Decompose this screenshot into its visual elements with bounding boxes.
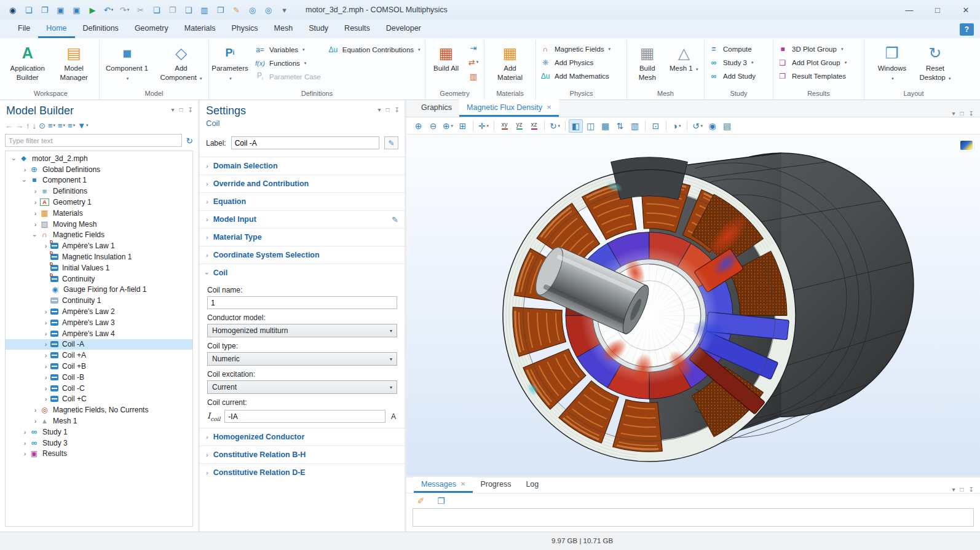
coil-name-input[interactable] [207, 296, 397, 309]
toolbar-options-icon[interactable]: ▾ ▾ [277, 2, 292, 17]
view-xz-icon[interactable]: xz ▾ [527, 119, 541, 133]
close-tab-icon[interactable]: ✕ [547, 104, 551, 111]
move-up-icon[interactable]: ↑ ▾ [26, 121, 30, 130]
tree-expand-arrow[interactable]: › [31, 221, 39, 228]
graphics-tool[interactable]: ▾ [666, 120, 666, 131]
tree-expand-arrow[interactable]: › [21, 166, 29, 173]
reset-desktop-button[interactable]: ↻ Reset Desktop ▾ [917, 40, 953, 82]
maximize-icon[interactable]: □ [923, 0, 952, 20]
undo-icon[interactable]: ↶ ▾ [101, 2, 116, 17]
expand-all-icon[interactable]: ≡ ▾ [48, 121, 55, 130]
scene-light-icon[interactable]: ◫ ▾ [583, 119, 598, 133]
refresh-icon[interactable]: ↻ [186, 136, 193, 146]
tree-expand-arrow[interactable]: › [21, 439, 29, 447]
tree-item[interactable]: › Study 3 [6, 438, 192, 449]
go-to-view-icon[interactable]: ✛ ▾ [476, 119, 491, 133]
update-plot-icon[interactable]: ↺ ▾ [690, 119, 705, 133]
tree-item[interactable]: › Definitions [6, 186, 192, 197]
tree-item[interactable]: › Ampère's Law 3 [6, 317, 192, 328]
build-all-button[interactable]: ▦ Build All [429, 40, 464, 73]
panel-pin-icon[interactable]: ↧ [188, 106, 193, 113]
graphics-tool[interactable]: ▾ [565, 120, 566, 131]
windows-button[interactable]: ❐ Windows▾ [874, 40, 910, 82]
menu-tab[interactable]: Definitions [75, 20, 127, 38]
magnetic-fields-button[interactable]: ∩ Magnetic Fields▾ [539, 44, 611, 54]
color-theme-icon[interactable]: ◑ ▾ [670, 119, 684, 133]
tree-item[interactable]: › Gauge Fixing for A-field 1 [6, 285, 192, 296]
zoom-out-icon[interactable]: ⊖ ▾ [426, 119, 440, 133]
menu-tab[interactable]: Study [301, 20, 336, 38]
move-down-icon[interactable]: ↓ ▾ [33, 121, 37, 130]
coil-current-input[interactable] [224, 410, 385, 423]
variables-button[interactable]: a= Variables▾ [254, 44, 321, 55]
panel-float-icon[interactable]: □ [960, 486, 964, 493]
panel-pin-icon[interactable]: ↧ [395, 106, 400, 113]
new-file-icon[interactable]: ❏ ▾ [21, 2, 36, 17]
tree-expand-arrow[interactable]: › [42, 308, 50, 315]
highlight-icon[interactable]: ✎ ▾ [229, 2, 244, 17]
tree-item[interactable]: › Magnetic Fields, No Currents [6, 404, 192, 415]
model-tree-node-view-icon[interactable]: ≡ ▾ [68, 121, 75, 130]
tree-item[interactable]: › Global Definitions [6, 164, 192, 175]
tree-item[interactable]: › Coil +A [6, 350, 192, 361]
close-icon[interactable]: ✕ [952, 0, 980, 20]
menu-tab[interactable]: Mesh [266, 20, 301, 38]
settings-section-header[interactable]: › Constitutive Relation D-E [200, 463, 405, 481]
color-legend-icon[interactable]: ▥ ▾ [628, 119, 642, 133]
collapse-all-icon[interactable]: ≡ ▾ [58, 121, 65, 130]
messages-output[interactable] [413, 508, 974, 527]
tree-item[interactable]: › Ampère's Law 4 [6, 328, 192, 339]
coil-type-select[interactable]: Numeric ▾ [207, 352, 397, 366]
add-physics-button[interactable]: ❋ Add Physics [539, 57, 611, 68]
transparency-icon[interactable]: ◧ ▾ [569, 119, 583, 133]
virtual-operations-icon[interactable]: ▥ [466, 71, 481, 82]
plot-arrows-icon[interactable]: ⇅ ▾ [613, 119, 627, 133]
tree-item[interactable]: › Materials [6, 208, 192, 219]
zoom-document-icon[interactable]: ◎ ▾ [261, 2, 276, 17]
help-button[interactable]: ? [960, 23, 974, 36]
tree-expand-arrow[interactable]: › [21, 428, 29, 436]
zoom-extents-icon[interactable]: ⊞ ▾ [456, 119, 470, 133]
tree-expand-arrow[interactable]: › [31, 232, 39, 240]
settings-section-header[interactable]: › Override and Contribution ✎ [200, 175, 405, 192]
panel-menu-icon[interactable]: ▾ [172, 106, 175, 113]
redo-icon[interactable]: ↷ ▾ [117, 2, 132, 17]
tree-item[interactable]: › Continuity [6, 273, 192, 285]
equation-contributions-button[interactable]: Δu Equation Contributions▾ [327, 44, 421, 55]
settings-section-header[interactable]: › Material Type ✎ [200, 228, 405, 246]
panel-pin-icon[interactable]: ↧ [969, 486, 974, 493]
conductor-model-select[interactable]: Homogenized multiturn ▾ [207, 324, 397, 337]
graphics-tab[interactable]: Graphics ✕ [414, 100, 459, 117]
tree-expand-arrow[interactable]: › [31, 417, 39, 425]
view-xy-icon[interactable]: xy ▾ [497, 119, 512, 133]
settings-section-header[interactable]: › Homogenized Conductor [200, 428, 405, 446]
tree-item[interactable]: › motor_3d_2.mph [6, 153, 192, 164]
tree-item[interactable]: › Coil -C [6, 383, 192, 394]
forward-icon[interactable]: → ▾ [15, 121, 23, 130]
3d-plot-group-button[interactable]: ■ 3D Plot Group▾ [776, 44, 847, 54]
duplicate-icon[interactable]: ❑ ▾ [181, 2, 196, 17]
tree-item[interactable]: › Continuity 1 [6, 295, 192, 306]
panel-float-icon[interactable]: □ [386, 106, 390, 113]
add-material-button[interactable]: ▦ Add Material [492, 40, 528, 82]
settings-section-header[interactable]: › Constitutive Relation B-H [200, 446, 405, 463]
tree-expand-arrow[interactable]: › [21, 450, 29, 457]
parameter-case-button[interactable]: Pi Parameter Case [254, 71, 321, 82]
panel-menu-icon[interactable]: ▾ [952, 486, 955, 493]
application-builder-button[interactable]: A Application Builder [6, 40, 50, 82]
graphics-tool[interactable]: ▾ [687, 120, 687, 131]
panel-menu-icon[interactable]: ▾ [952, 110, 955, 117]
tree-expand-arrow[interactable]: › [10, 155, 18, 163]
settings-section-header[interactable]: › Domain Selection ✎ [200, 157, 405, 175]
panel-float-icon[interactable]: □ [180, 106, 183, 113]
menu-tab[interactable]: Physics [223, 20, 266, 38]
menu-tab[interactable]: Developer [378, 20, 429, 38]
comsol-logo-icon[interactable]: ◉ ▾ [5, 2, 20, 17]
menu-tab[interactable]: Results [336, 20, 378, 38]
grid-icon[interactable]: ▦ ▾ [598, 119, 612, 133]
zoom-selection-icon[interactable]: ◎ ▾ [245, 2, 260, 17]
minimize-icon[interactable]: — [895, 0, 923, 20]
parameters-button[interactable]: Pi Parameters▾ [212, 40, 248, 82]
copy-icon[interactable]: ❏ ▾ [149, 2, 164, 17]
select-frame-icon[interactable]: ❒ ▾ [213, 2, 228, 17]
